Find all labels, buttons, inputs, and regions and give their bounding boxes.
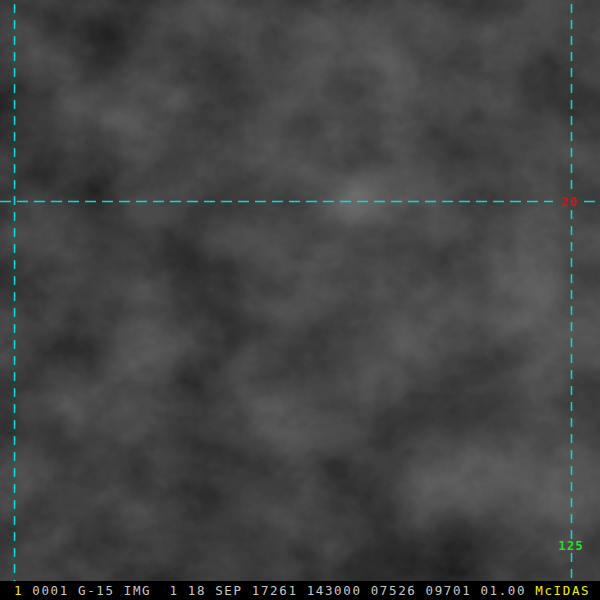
- mcidas-satellite-viewer: 20 125 1 0001 G-15 IMG 1 18 SEP 17261 14…: [0, 0, 600, 600]
- status-bar: 1 0001 G-15 IMG 1 18 SEP 17261 143000 07…: [0, 581, 600, 600]
- latitude-label: 20: [561, 194, 578, 209]
- mcidas-brand: McIDAS: [535, 581, 590, 600]
- latlon-grid-overlay: 20 125: [0, 0, 600, 600]
- frame-number: 1: [14, 581, 23, 600]
- longitude-label: 125: [558, 538, 584, 553]
- image-info-text: 0001 G-15 IMG 1 18 SEP 17261 143000 0752…: [23, 581, 535, 600]
